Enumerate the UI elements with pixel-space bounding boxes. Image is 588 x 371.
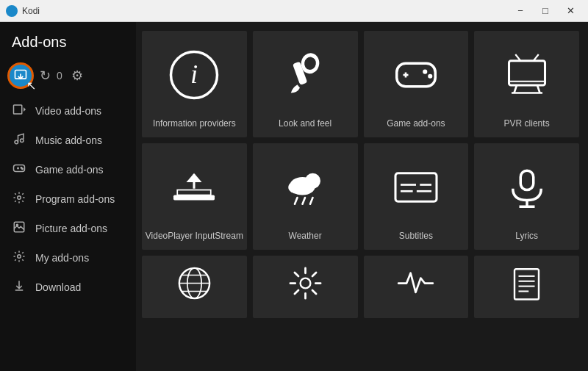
svg-marker-3 — [24, 107, 26, 112]
install-repo-button[interactable]: ↖ — [7, 62, 34, 89]
sidebar-item-download[interactable]: Download — [0, 273, 136, 302]
svg-point-10 — [22, 168, 24, 170]
svg-line-38 — [303, 198, 306, 204]
sidebar-item-picture-addons[interactable]: Picture add-ons — [0, 214, 136, 243]
heartbeat-icon — [364, 256, 469, 311]
svg-point-24 — [428, 73, 432, 78]
svg-point-36 — [288, 181, 306, 194]
globe-icon — [142, 256, 247, 311]
weather-label: Weather — [286, 231, 325, 242]
svg-rect-40 — [395, 173, 437, 201]
program-icon — [12, 191, 26, 207]
list-icon — [474, 256, 579, 311]
game-addons-label: Game add-ons — [384, 118, 448, 130]
svg-rect-32 — [173, 195, 215, 200]
picture-icon — [12, 220, 26, 237]
tile-game-addons[interactable]: Game add-ons — [364, 31, 469, 137]
update-count: 0 — [57, 70, 62, 82]
sidebar-item-music-addons[interactable]: Music add-ons — [0, 126, 136, 155]
page-title: Add-ons — [0, 28, 136, 60]
content-area: 1:50 PM i Information providers — [136, 22, 588, 371]
tile-look-feel[interactable]: Look and feel — [253, 31, 358, 137]
look-feel-icon — [253, 31, 358, 118]
tile-pvr-clients[interactable]: PVR clients — [474, 31, 579, 137]
sidebar-item-game-addons[interactable]: Game add-ons — [0, 155, 136, 184]
settings2-icon — [253, 256, 358, 311]
addon-grid: i Information providers Look and feel — [142, 31, 579, 318]
tile-globe[interactable] — [142, 256, 247, 318]
titlebar-left: Kodi — [6, 5, 40, 17]
window-controls: − □ ✕ — [509, 3, 582, 19]
sidebar: Add-ons ↖ ↻ 0 ⚙ Video add-ons — [0, 22, 136, 371]
pvr-clients-label: PVR clients — [501, 118, 553, 130]
video-icon — [12, 103, 26, 119]
svg-text:i: i — [190, 58, 198, 88]
svg-rect-2 — [14, 105, 22, 114]
svg-point-53 — [300, 278, 310, 289]
my-addons-label: My add-ons — [35, 252, 89, 264]
tile-weather[interactable]: Weather — [253, 143, 358, 250]
sidebar-item-program-addons[interactable]: Program add-ons — [0, 184, 136, 214]
pvr-clients-icon — [474, 31, 579, 118]
tile-list[interactable] — [474, 256, 579, 318]
minimize-button[interactable]: − — [509, 3, 532, 19]
myaddon-icon — [12, 250, 26, 266]
app-body: Add-ons ↖ ↻ 0 ⚙ Video add-ons — [0, 22, 588, 371]
video-addons-label: Video add-ons — [35, 105, 101, 117]
program-addons-label: Program add-ons — [35, 193, 115, 205]
download-label: Download — [35, 281, 81, 293]
tile-settings2[interactable] — [253, 256, 358, 318]
look-feel-label: Look and feel — [276, 118, 334, 130]
svg-line-37 — [295, 198, 298, 204]
tile-subtitles[interactable]: Subtitles — [364, 143, 469, 250]
videoplayer-input-icon — [142, 143, 247, 231]
game-icon — [12, 162, 26, 178]
addon-box-icon — [13, 68, 28, 83]
picture-addons-label: Picture add-ons — [35, 223, 107, 234]
svg-rect-54 — [514, 269, 539, 299]
svg-rect-45 — [520, 170, 534, 190]
info-providers-label: Information providers — [150, 118, 239, 130]
settings-icon[interactable]: ⚙ — [71, 68, 83, 84]
subtitles-label: Subtitles — [396, 231, 436, 242]
weather-icon — [253, 143, 358, 231]
toolbar: ↖ ↻ 0 ⚙ — [0, 60, 136, 96]
subtitles-icon — [364, 143, 469, 231]
tile-info-providers[interactable]: i Information providers — [142, 31, 247, 137]
svg-point-14 — [18, 255, 21, 259]
svg-line-26 — [514, 85, 517, 93]
tile-heartbeat[interactable] — [364, 256, 469, 318]
lyrics-label: Lyrics — [512, 231, 541, 242]
svg-point-23 — [423, 69, 427, 73]
svg-rect-33 — [178, 190, 212, 195]
tile-videoplayer-input[interactable]: VideoPlayer InputStream — [142, 143, 247, 250]
svg-line-39 — [310, 198, 313, 204]
game-addons-label: Game add-ons — [35, 164, 104, 176]
lyrics-icon — [474, 143, 579, 231]
music-addons-label: Music add-ons — [35, 134, 102, 146]
svg-point-13 — [16, 224, 18, 226]
svg-point-5 — [21, 139, 24, 143]
svg-line-27 — [537, 85, 540, 93]
tile-lyrics[interactable]: Lyrics — [474, 143, 579, 250]
sidebar-item-my-addons[interactable]: My add-ons — [0, 243, 136, 273]
svg-point-11 — [18, 196, 21, 200]
info-providers-icon: i — [142, 31, 247, 118]
titlebar: Kodi − □ ✕ — [0, 0, 588, 22]
game-addons-icon — [364, 31, 469, 118]
download-icon — [12, 279, 26, 295]
music-icon — [12, 132, 26, 148]
videoplayer-input-label: VideoPlayer InputStream — [143, 231, 246, 242]
app-title: Kodi — [22, 6, 40, 16]
close-button[interactable]: ✕ — [559, 3, 582, 19]
refresh-icon[interactable]: ↻ — [40, 68, 51, 84]
app-icon — [6, 5, 18, 17]
sidebar-item-video-addons[interactable]: Video add-ons — [0, 96, 136, 126]
maximize-button[interactable]: □ — [534, 3, 557, 19]
